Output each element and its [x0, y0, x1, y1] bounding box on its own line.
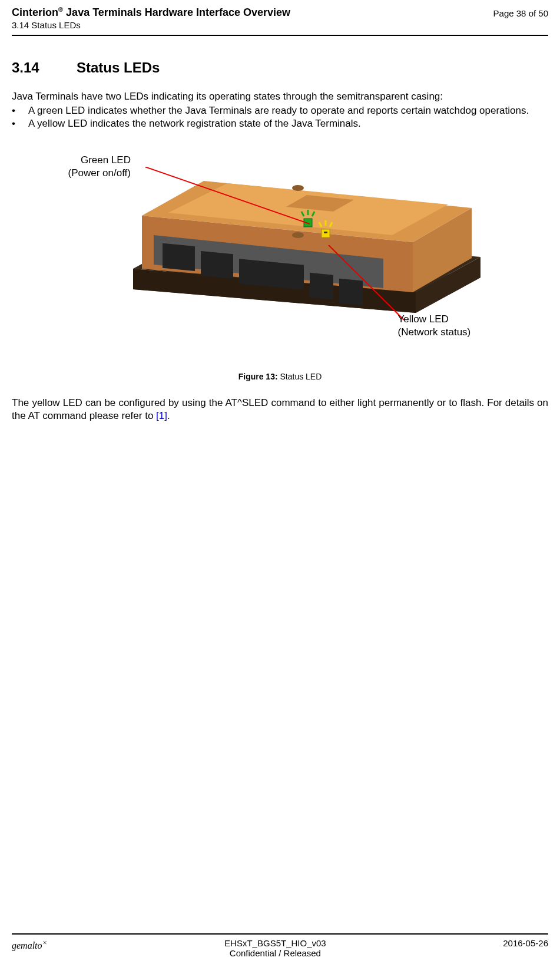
footer-date: 2016-05-26 — [503, 938, 548, 958]
document-title: Cinterion® Java Terminals Hardware Inter… — [12, 6, 290, 19]
intro-paragraph: Java Terminals have two LEDs indicating … — [12, 90, 548, 103]
bullet-text: A green LED indicates whether the Java T… — [28, 104, 529, 117]
footer-logo: gemalto× — [12, 938, 48, 958]
section-title: Status LEDs — [77, 60, 160, 75]
footer-doc-id: EHSxT_BGS5T_HIO_v03 — [224, 938, 326, 948]
bullet-marker: • — [12, 104, 28, 117]
footer-confidentiality: Confidential / Released — [224, 948, 326, 958]
bullet-text: A yellow LED indicates the network regis… — [28, 117, 361, 130]
figure-caption-text: Status LED — [278, 372, 322, 381]
para2-post: . — [167, 410, 170, 421]
svg-point-15 — [292, 232, 304, 238]
svg-rect-12 — [310, 273, 333, 300]
device-illustration — [121, 160, 498, 325]
footer-divider — [12, 933, 548, 935]
page-footer: gemalto× EHSxT_BGS5T_HIO_v03 Confidentia… — [0, 933, 560, 958]
list-item: • A yellow LED indicates the network reg… — [12, 117, 548, 130]
svg-point-14 — [292, 185, 304, 191]
page-number: Page 38 of 50 — [493, 6, 548, 30]
footer-row: gemalto× EHSxT_BGS5T_HIO_v03 Confidentia… — [12, 938, 548, 958]
bullet-marker: • — [12, 117, 28, 130]
header-left-block: Cinterion® Java Terminals Hardware Inter… — [12, 6, 290, 30]
paragraph-2: The yellow LED can be configured by usin… — [12, 397, 548, 422]
title-prefix: Cinterion — [12, 6, 58, 18]
reference-link[interactable]: [1] — [156, 410, 167, 421]
para2-pre: The yellow LED can be configured by usin… — [12, 397, 548, 421]
svg-rect-17 — [304, 219, 312, 227]
title-sup: ® — [58, 6, 63, 13]
figure-caption-label: Figure 13: — [238, 372, 278, 381]
list-item: • A green LED indicates whether the Java… — [12, 104, 548, 117]
yellow-led-label-1: Yellow LED — [398, 313, 471, 326]
footer-logo-sup: × — [42, 938, 48, 947]
footer-logo-text: gemalto — [12, 940, 42, 950]
page-header: Cinterion® Java Terminals Hardware Inter… — [0, 0, 560, 30]
title-suffix: Java Terminals Hardware Interface Overvi… — [63, 6, 290, 18]
section-heading: 3.14Status LEDs — [12, 60, 548, 76]
svg-rect-10 — [201, 251, 233, 279]
yellow-led-label-2: (Network status) — [398, 326, 471, 339]
figure-caption: Figure 13: Status LED — [12, 372, 548, 381]
svg-rect-13 — [339, 279, 363, 306]
bullet-list: • A green LED indicates whether the Java… — [12, 104, 548, 130]
svg-rect-25 — [324, 232, 327, 233]
svg-rect-9 — [163, 243, 195, 271]
footer-center: EHSxT_BGS5T_HIO_v03 Confidential / Relea… — [224, 938, 326, 958]
section-number: 3.14 — [12, 60, 77, 76]
main-section: 3.14Status LEDs Java Terminals have two … — [0, 36, 560, 422]
header-subtitle: 3.14 Status LEDs — [12, 20, 290, 30]
yellow-led-annotation: Yellow LED (Network status) — [398, 313, 471, 339]
figure-wrapper: Green LED (Power on/off) — [45, 154, 516, 360]
